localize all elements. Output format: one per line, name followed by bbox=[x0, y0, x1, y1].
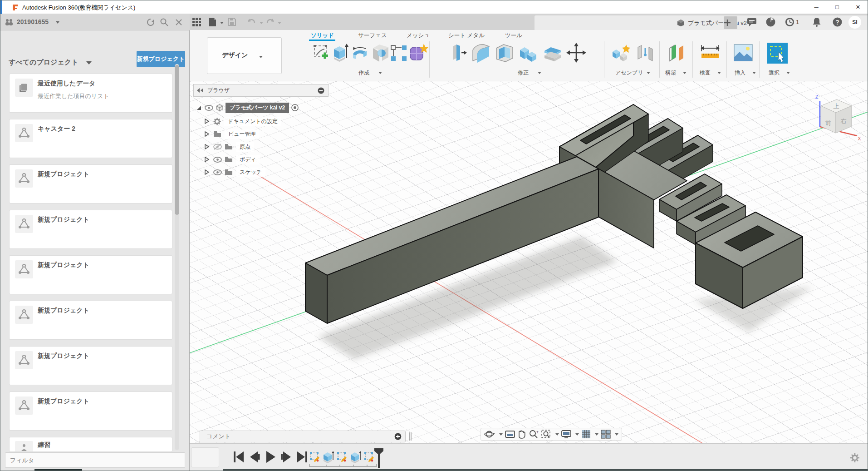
go-to-start-icon[interactable] bbox=[233, 451, 245, 463]
help-icon[interactable]: ? bbox=[833, 17, 842, 27]
combine-icon[interactable] bbox=[518, 43, 538, 63]
visibility-eye-icon[interactable] bbox=[213, 169, 222, 175]
chevron-down-icon[interactable] bbox=[278, 22, 281, 24]
chevron-down-icon[interactable] bbox=[575, 433, 579, 436]
view-cube[interactable]: 上 前 右 Z X bbox=[815, 94, 862, 141]
create-form-icon[interactable] bbox=[408, 43, 428, 63]
browser-item-view-management[interactable]: ビュー管理 bbox=[204, 129, 260, 139]
comments-icon[interactable] bbox=[747, 18, 757, 27]
timeline-extrude-feature[interactable] bbox=[349, 451, 361, 463]
add-comment-icon[interactable] bbox=[394, 433, 402, 440]
hole-icon[interactable] bbox=[371, 43, 390, 63]
chevron-down-icon[interactable] bbox=[86, 61, 92, 64]
create-sketch-icon[interactable] bbox=[313, 44, 330, 62]
tab-mesh[interactable]: メッシュ bbox=[407, 32, 430, 40]
close-button[interactable]: ✕ bbox=[848, 0, 868, 14]
browser-header[interactable]: ブラウザ bbox=[193, 84, 329, 97]
app-grid-icon[interactable] bbox=[192, 18, 201, 27]
refresh-icon[interactable] bbox=[147, 18, 155, 26]
chevron-down-icon[interactable] bbox=[56, 21, 59, 24]
fit-icon[interactable] bbox=[541, 430, 551, 439]
filter-input[interactable] bbox=[5, 453, 185, 467]
drag-handle-icon[interactable] bbox=[408, 431, 412, 441]
pattern-icon[interactable] bbox=[390, 45, 408, 62]
insert-image-icon[interactable] bbox=[733, 44, 753, 62]
collapsed-triangle-icon[interactable] bbox=[204, 169, 210, 175]
timeline-sketch-feature[interactable] bbox=[309, 451, 320, 463]
chevron-down-icon[interactable] bbox=[595, 433, 598, 436]
search-icon[interactable] bbox=[160, 18, 168, 26]
visibility-off-eye-icon[interactable] bbox=[213, 144, 222, 150]
timeline-settings-gear-icon[interactable] bbox=[850, 453, 860, 463]
tab-solid[interactable]: ソリッド bbox=[311, 32, 334, 40]
browser-root-name[interactable]: プラモ式パーツ kai v2 bbox=[226, 103, 289, 113]
visibility-eye-icon[interactable] bbox=[213, 157, 222, 163]
visibility-eye-icon[interactable] bbox=[205, 105, 213, 111]
offset-face-icon[interactable] bbox=[543, 43, 563, 63]
browser-item-sketches[interactable]: スケッチ bbox=[204, 167, 265, 178]
chevron-down-icon[interactable] bbox=[555, 433, 559, 436]
redo-icon[interactable] bbox=[266, 18, 275, 26]
look-at-icon[interactable] bbox=[505, 430, 515, 438]
browser-root-row[interactable]: プラモ式パーツ kai v2 bbox=[196, 102, 299, 113]
play-icon[interactable] bbox=[265, 450, 276, 464]
maximize-button[interactable]: □ bbox=[827, 0, 848, 14]
project-card[interactable]: 新規プロジェクト bbox=[10, 165, 172, 203]
viewports-icon[interactable] bbox=[601, 430, 611, 439]
extrude-icon[interactable] bbox=[331, 43, 349, 63]
collapse-panel-icon[interactable] bbox=[196, 88, 204, 93]
revolve-icon[interactable] bbox=[351, 45, 370, 62]
browser-item-bodies[interactable]: ボディ bbox=[204, 154, 260, 165]
project-card[interactable]: 新規プロジェクト bbox=[10, 256, 172, 294]
project-view-filter[interactable]: すべてのプロジェクト bbox=[9, 58, 78, 67]
zoom-icon[interactable]: ± bbox=[529, 430, 539, 439]
project-card[interactable]: 新規プロジェクト bbox=[10, 392, 172, 430]
new-document-tab-button[interactable] bbox=[724, 16, 737, 29]
notifications-bell-icon[interactable] bbox=[812, 17, 821, 27]
group-label-select[interactable]: 選択 bbox=[769, 69, 780, 77]
press-pull-icon[interactable] bbox=[450, 43, 468, 63]
viewcube-front-label[interactable]: 前 bbox=[825, 119, 831, 126]
pan-hand-icon[interactable] bbox=[517, 430, 526, 439]
chevron-down-icon[interactable] bbox=[220, 22, 224, 24]
chevron-down-icon[interactable] bbox=[260, 22, 263, 24]
viewport-canvas[interactable]: 上 前 右 Z X ブラウザ プラモ式パーツ bbox=[190, 81, 868, 443]
comment-bar[interactable]: コメント bbox=[199, 431, 406, 442]
step-forward-icon[interactable] bbox=[280, 451, 292, 463]
minimize-browser-icon[interactable] bbox=[318, 87, 324, 94]
extensions-icon[interactable] bbox=[766, 17, 775, 27]
tab-surface[interactable]: サーフェス bbox=[358, 32, 387, 40]
collapsed-triangle-icon[interactable] bbox=[204, 157, 210, 162]
timeline-sketch-feature[interactable] bbox=[336, 451, 347, 463]
browser-item-origin[interactable]: 原点 bbox=[204, 141, 254, 152]
timeline-sketch-feature[interactable] bbox=[363, 451, 374, 463]
activate-radio-icon[interactable] bbox=[291, 104, 299, 111]
expand-triangle-icon[interactable] bbox=[196, 105, 202, 111]
tab-sheet-metal[interactable]: シート メタル bbox=[448, 32, 485, 40]
group-label-assemble[interactable]: アセンブリ bbox=[615, 69, 643, 77]
collapsed-triangle-icon[interactable] bbox=[204, 119, 210, 124]
move-icon[interactable] bbox=[566, 43, 586, 63]
save-icon[interactable] bbox=[228, 18, 236, 26]
close-panel-icon[interactable] bbox=[175, 18, 183, 26]
browser-item-document-settings[interactable]: ドキュメントの設定 bbox=[204, 116, 281, 127]
project-card[interactable]: 新規プロジェクト bbox=[10, 347, 172, 385]
browser-item-label[interactable]: ドキュメントの設定 bbox=[224, 117, 281, 126]
joint-icon[interactable] bbox=[635, 43, 655, 63]
panel-scrollbar-thumb[interactable] bbox=[175, 65, 179, 215]
orbit-icon[interactable] bbox=[484, 430, 495, 439]
collapsed-triangle-icon[interactable] bbox=[204, 144, 210, 149]
tab-tools[interactable]: ツール bbox=[505, 32, 522, 40]
go-to-end-icon[interactable] bbox=[296, 451, 308, 463]
chevron-down-icon[interactable] bbox=[615, 433, 618, 436]
recent-data-card[interactable]: 最近使用したデータ 最近作業した項目のリスト bbox=[10, 74, 172, 112]
browser-item-label[interactable]: ボディ bbox=[236, 155, 260, 164]
step-back-icon[interactable] bbox=[249, 451, 260, 463]
group-label-create[interactable]: 作成 bbox=[358, 69, 369, 77]
account-id[interactable]: 201901655 bbox=[17, 18, 49, 25]
chevron-down-icon[interactable] bbox=[499, 433, 503, 436]
browser-item-label[interactable]: 原点 bbox=[236, 142, 254, 152]
viewcube-top-label[interactable]: 上 bbox=[834, 103, 839, 109]
project-card[interactable]: 練習 bbox=[10, 437, 172, 451]
file-menu-icon[interactable] bbox=[209, 17, 217, 27]
